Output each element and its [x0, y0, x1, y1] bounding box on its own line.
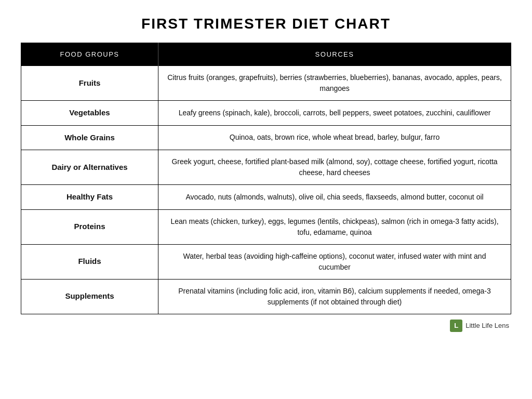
food-group-cell: Proteins	[21, 209, 158, 244]
table-row: Whole GrainsQuinoa, oats, brown rice, wh…	[21, 125, 511, 150]
page-title: FIRST TRIMESTER DIET CHART	[141, 16, 391, 32]
footer: L Little Life Lens	[21, 320, 511, 332]
header-food-groups: FOOD GROUPS	[21, 43, 158, 66]
sources-cell: Prenatal vitamins (including folic acid,…	[158, 279, 511, 314]
diet-chart-table: FOOD GROUPS SOURCES FruitsCitrus fruits …	[21, 43, 511, 314]
sources-cell: Water, herbal teas (avoiding high-caffei…	[158, 244, 511, 279]
food-group-cell: Whole Grains	[21, 125, 158, 150]
food-group-cell: Fruits	[21, 66, 158, 101]
food-group-cell: Vegetables	[21, 101, 158, 126]
header-sources: SOURCES	[158, 43, 511, 66]
brand-icon: L	[450, 320, 462, 332]
food-group-cell: Healthy Fats	[21, 185, 158, 210]
table-row: SupplementsPrenatal vitamins (including …	[21, 279, 511, 314]
sources-cell: Leafy greens (spinach, kale), broccoli, …	[158, 101, 511, 126]
brand-logo: L Little Life Lens	[450, 320, 509, 332]
table-row: FluidsWater, herbal teas (avoiding high-…	[21, 244, 511, 279]
table-row: FruitsCitrus fruits (oranges, grapefruit…	[21, 66, 511, 101]
sources-cell: Citrus fruits (oranges, grapefruits), be…	[158, 66, 511, 101]
table-row: Healthy FatsAvocado, nuts (almonds, waln…	[21, 185, 511, 210]
food-group-cell: Supplements	[21, 279, 158, 314]
table-row: Dairy or AlternativesGreek yogurt, chees…	[21, 150, 511, 185]
table-row: ProteinsLean meats (chicken, turkey), eg…	[21, 209, 511, 244]
brand-name: Little Life Lens	[466, 322, 509, 329]
sources-cell: Quinoa, oats, brown rice, whole wheat br…	[158, 125, 511, 150]
food-group-cell: Dairy or Alternatives	[21, 150, 158, 185]
sources-cell: Lean meats (chicken, turkey), eggs, legu…	[158, 209, 511, 244]
sources-cell: Greek yogurt, cheese, fortified plant-ba…	[158, 150, 511, 185]
table-row: VegetablesLeafy greens (spinach, kale), …	[21, 101, 511, 126]
sources-cell: Avocado, nuts (almonds, walnuts), olive …	[158, 185, 511, 210]
food-group-cell: Fluids	[21, 244, 158, 279]
